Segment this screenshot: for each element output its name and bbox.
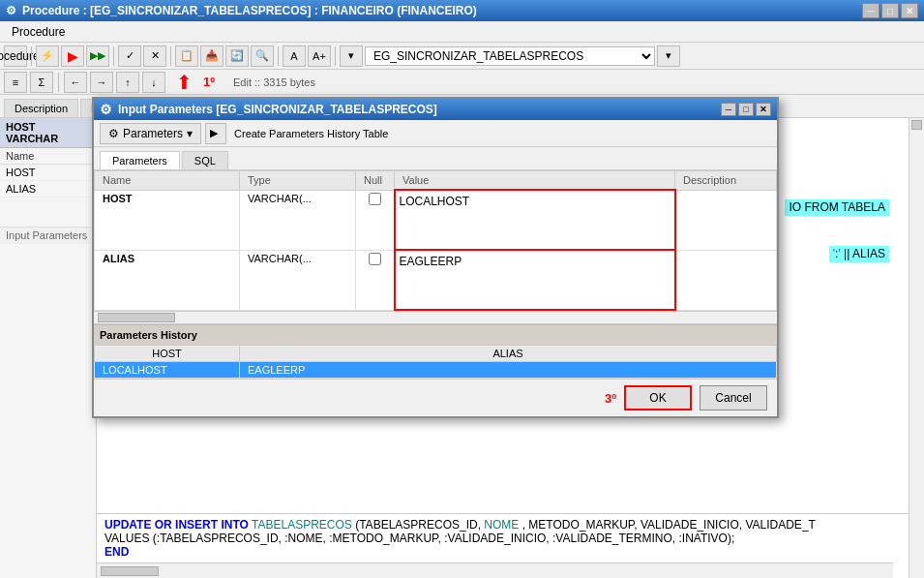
modal-maximize[interactable]: □ — [738, 103, 754, 116]
row2-type: VARCHAR(... — [240, 250, 356, 310]
row1-null-checkbox[interactable] — [369, 193, 381, 205]
row2-null — [356, 250, 395, 310]
modal-toolbar: ⚙ Parameters ▾ ▶ Create Parameters Histo… — [94, 120, 777, 147]
toolbar2-btn-5[interactable]: ↑ — [116, 72, 139, 93]
left-panel-spacer — [0, 198, 96, 227]
toolbar-btn-2[interactable]: ▶ — [61, 46, 84, 67]
toolbar2-btn-2[interactable]: Σ — [30, 72, 53, 93]
toolbar-btn-5[interactable]: ✕ — [143, 46, 166, 67]
row2-value-input[interactable] — [400, 255, 671, 303]
toolbar-btn-10[interactable]: A — [283, 46, 306, 67]
bottom-code-line-1: UPDATE OR INSERT INTO TABELASPRECOS (TAB… — [104, 518, 901, 532]
col-null: Null — [356, 171, 395, 191]
modal-icon: ⚙ — [100, 102, 112, 117]
toolbar-btn-9[interactable]: 🔍 — [251, 46, 274, 67]
row1-value-input[interactable] — [400, 195, 671, 243]
ok-button[interactable]: OK — [624, 385, 692, 411]
col-name: Name — [95, 171, 240, 191]
separator-5 — [335, 46, 336, 66]
minimize-button[interactable]: ─ — [862, 3, 879, 18]
row1-null — [356, 190, 395, 250]
row2-value-cell[interactable] — [395, 250, 675, 310]
horizontal-scrollbar[interactable] — [97, 563, 893, 578]
parameters-icon: ⚙ — [108, 127, 119, 140]
history-row-alias: EAGLEERP — [240, 362, 777, 379]
right-panel[interactable] — [909, 118, 924, 578]
menu-bar: Procedure — [0, 21, 924, 43]
left-panel-col-name: Name — [0, 148, 96, 165]
separator-6 — [58, 73, 59, 92]
toolbar-btn-13[interactable]: ▾ — [657, 46, 680, 67]
tab-description[interactable]: Description — [4, 99, 78, 117]
history-header-row: HOST ALIAS — [95, 346, 777, 362]
col-value: Value — [395, 171, 675, 191]
left-panel-section: Input Parameters — [0, 227, 96, 244]
history-row-host: LOCALHOST — [95, 362, 240, 379]
toolbar-btn-12[interactable]: ▾ — [340, 46, 363, 67]
modal-scrollbar-h[interactable] — [94, 311, 777, 324]
window-icon: ⚙ — [6, 4, 16, 17]
modal-dialog: ⚙ Input Parameters [EG_SINCRONIZAR_TABEL… — [92, 97, 779, 418]
modal-tabs: Parameters SQL — [94, 147, 777, 169]
row2-description — [675, 250, 777, 310]
arrow-indicator: ⬆ — [176, 71, 193, 94]
toolbar-btn-1[interactable]: ⚡ — [36, 46, 59, 67]
modal-tab-sql[interactable]: SQL — [182, 151, 228, 169]
close-button[interactable]: ✕ — [901, 3, 918, 18]
params-table-container: Name Type Null Value Description HOST VA… — [94, 169, 777, 311]
history-table: HOST ALIAS LOCALHOST EAGLEERP — [94, 345, 777, 379]
procedure-selector[interactable]: EG_SINCRONIZAR_TABELASPRECOS — [365, 46, 655, 66]
parameters-chevron: ▾ — [187, 127, 193, 140]
parameters-dropdown-btn[interactable]: ⚙ Parameters ▾ — [100, 123, 201, 144]
left-panel-item-alias: ALIAS — [0, 181, 96, 198]
toolbar-btn-11[interactable]: A+ — [308, 46, 331, 67]
col-description: Description — [675, 171, 777, 191]
modal-close[interactable]: ✕ — [756, 103, 771, 116]
modal-controls: ─ □ ✕ — [721, 103, 771, 116]
toolbar-btn-8[interactable]: 🔄 — [225, 46, 249, 67]
code-right-2: ':' || ALIAS — [829, 246, 889, 262]
toolbar2-btn-6[interactable]: ↓ — [142, 72, 165, 93]
edit-label: Edit :: 3315 bytes — [233, 76, 315, 88]
history-row-selected[interactable]: LOCALHOST EAGLEERP — [95, 362, 777, 379]
parameters-label: Parameters — [123, 127, 183, 140]
toolbar-btn-4[interactable]: ✓ — [118, 46, 141, 67]
row1-description — [675, 190, 777, 250]
history-section-label: Parameters History — [94, 324, 777, 345]
code-right-1: IO FROM TABELA — [785, 199, 889, 216]
table-row: HOST VARCHAR(... — [95, 190, 777, 250]
scrollbar-thumb-v[interactable] — [911, 120, 922, 130]
scrollbar-thumb-h[interactable] — [101, 566, 159, 576]
step1-indicator: 1º — [203, 75, 215, 89]
history-col-host: HOST — [95, 346, 240, 362]
separator-4 — [278, 46, 279, 66]
history-col-alias: ALIAS — [240, 346, 777, 362]
toolbar-btn-6[interactable]: 📋 — [175, 46, 198, 67]
create-history-label: Create Parameters History Table — [234, 128, 388, 139]
toolbar-btn-7[interactable]: 📥 — [200, 46, 224, 67]
bottom-code-line-3: END — [104, 545, 901, 559]
cancel-button[interactable]: Cancel — [700, 385, 767, 411]
toolbar-btn-3[interactable]: ▶▶ — [86, 46, 109, 67]
row1-value-cell[interactable] — [395, 190, 675, 250]
modal-scrollbar-thumb-h[interactable] — [98, 313, 175, 322]
modal-minimize[interactable]: ─ — [721, 103, 736, 116]
window-controls: ─ □ ✕ — [862, 3, 918, 18]
separator-1 — [31, 46, 32, 66]
menu-procedure[interactable]: Procedure — [4, 23, 73, 41]
toolbar2-btn-3[interactable]: ← — [64, 72, 87, 93]
run-btn[interactable]: ▶ — [205, 123, 226, 144]
code-snippet-2d: || ALIAS — [841, 247, 885, 260]
step3-indicator: 3º — [605, 391, 616, 406]
modal-footer: 3º OK Cancel — [94, 379, 777, 416]
toolbar2-btn-1[interactable]: ≡ — [4, 72, 27, 93]
row2-name: ALIAS — [95, 250, 240, 310]
modal-tab-parameters[interactable]: Parameters — [100, 151, 180, 169]
toolbar2-btn-4[interactable]: → — [90, 72, 113, 93]
procedure-menu-btn[interactable]: Procedure▾ — [4, 46, 27, 67]
separator-3 — [170, 46, 171, 66]
left-panel-item-host: HOST — [0, 165, 96, 181]
toolbar-1: Procedure▾ ⚡ ▶ ▶▶ ✓ ✕ 📋 📥 🔄 🔍 A A+ ▾ EG_… — [0, 43, 924, 70]
maximize-button[interactable]: □ — [881, 3, 899, 18]
row2-null-checkbox[interactable] — [369, 253, 381, 265]
